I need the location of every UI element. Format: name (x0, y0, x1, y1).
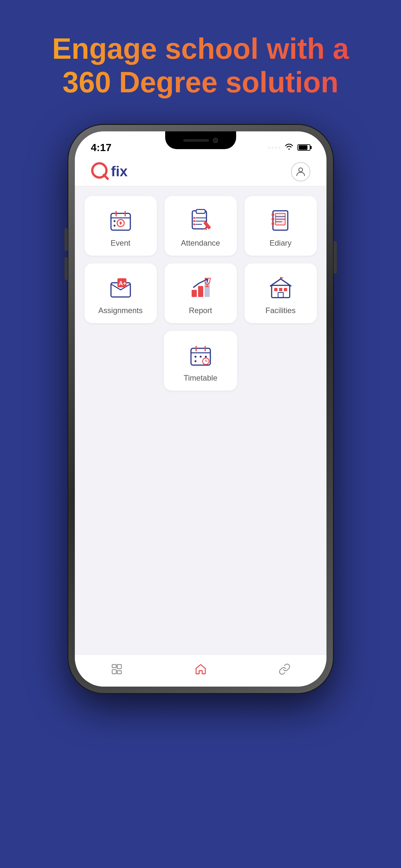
volume-up-button (65, 228, 68, 251)
svg-point-51 (200, 356, 202, 358)
svg-point-11 (113, 225, 115, 226)
battery-icon (297, 144, 310, 151)
menu-grid-row3: Timetable (85, 331, 317, 391)
svg-text:A+: A+ (119, 280, 127, 287)
svg-point-19 (193, 223, 195, 225)
menu-grid-row2: A+ Assignments (85, 264, 317, 323)
attendance-icon (188, 208, 213, 234)
menu-item-timetable[interactable]: Timetable (164, 331, 237, 391)
headline-section: Engage school with a 360 Degree solution (0, 0, 401, 119)
svg-rect-42 (284, 288, 287, 291)
volume-down-button (65, 257, 68, 280)
timetable-icon (188, 342, 213, 368)
status-bar: 4:17 (75, 131, 327, 157)
notch-speaker (183, 139, 209, 142)
svg-point-3 (299, 168, 303, 172)
menu-item-facilities[interactable]: Facilities (244, 264, 317, 323)
signal-icon (268, 147, 281, 149)
svg-rect-25 (272, 222, 274, 225)
svg-text:fix: fix (111, 163, 128, 179)
menu-item-attendance[interactable]: Attendance (165, 196, 237, 256)
status-time: 4:17 (91, 142, 112, 154)
svg-rect-40 (274, 288, 277, 291)
svg-rect-13 (196, 210, 205, 213)
svg-rect-20 (203, 221, 211, 229)
bottom-nav (75, 654, 327, 687)
phone-screen: 4:17 (75, 131, 327, 687)
attendance-label: Attendance (181, 239, 220, 248)
svg-point-17 (193, 217, 195, 219)
event-label: Event (111, 239, 130, 248)
svg-rect-41 (279, 288, 282, 291)
qfix-logo: fix (91, 162, 130, 181)
svg-line-1 (104, 175, 108, 179)
svg-point-52 (205, 356, 207, 358)
nav-dashboard[interactable] (111, 663, 123, 675)
nav-home[interactable] (195, 663, 207, 675)
assignments-label: Assignments (98, 306, 143, 315)
facilities-label: Facilities (266, 306, 296, 315)
svg-marker-9 (120, 221, 122, 225)
svg-rect-58 (112, 670, 116, 674)
svg-rect-59 (117, 664, 121, 669)
svg-rect-39 (272, 285, 290, 298)
ediary-icon (268, 208, 294, 234)
event-icon (108, 208, 134, 234)
power-button (334, 241, 337, 273)
phone-shell: 4:17 (68, 125, 333, 693)
svg-point-53 (195, 360, 197, 362)
facilities-icon (268, 275, 294, 301)
svg-point-10 (113, 220, 115, 222)
profile-button[interactable] (291, 162, 310, 181)
menu-item-ediary[interactable]: Ediary (244, 196, 317, 256)
nav-links[interactable] (278, 663, 291, 675)
menu-item-assignments[interactable]: A+ Assignments (85, 264, 157, 323)
app-header: fix (75, 157, 327, 186)
svg-rect-34 (192, 290, 197, 297)
svg-rect-35 (198, 286, 203, 297)
menu-grid-row1: Event (85, 196, 317, 256)
svg-point-50 (195, 356, 197, 358)
svg-rect-43 (278, 292, 283, 298)
notch (165, 131, 236, 149)
menu-item-report[interactable]: Report (165, 264, 237, 323)
svg-rect-57 (112, 664, 116, 668)
assignments-icon: A+ (108, 275, 134, 301)
wifi-icon (285, 143, 294, 152)
report-label: Report (189, 306, 212, 315)
report-icon (188, 275, 213, 301)
phone-mockup: 4:17 (68, 125, 333, 693)
svg-marker-45 (281, 277, 284, 279)
timetable-label: Timetable (183, 373, 217, 382)
notch-camera (213, 138, 218, 143)
ediary-label: Ediary (269, 239, 291, 248)
svg-rect-60 (117, 671, 121, 674)
svg-rect-24 (272, 218, 274, 220)
status-icons (268, 143, 310, 152)
svg-point-18 (193, 220, 195, 222)
headline-text: Engage school with a 360 Degree solution (26, 32, 375, 99)
svg-rect-23 (272, 213, 274, 216)
app-content: Event (75, 186, 327, 400)
menu-item-event[interactable]: Event (85, 196, 157, 256)
logo: fix (91, 162, 130, 181)
